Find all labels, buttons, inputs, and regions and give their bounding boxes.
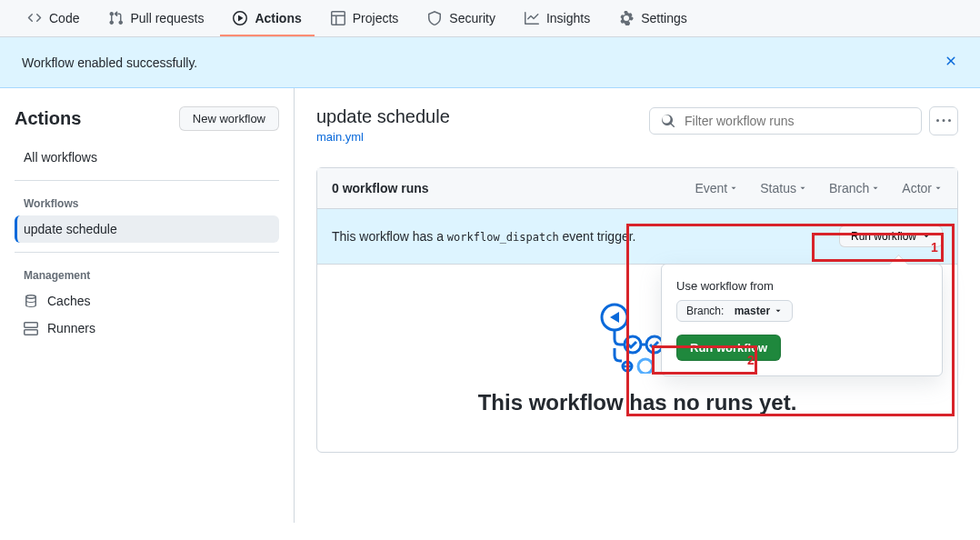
svg-point-6	[638, 359, 653, 374]
sidebar-caches[interactable]: Caches	[15, 287, 279, 315]
sidebar-runners-label: Runners	[47, 321, 95, 335]
dispatch-text: This workflow has a workflow_dispatch ev…	[332, 229, 635, 244]
shield-icon	[427, 11, 442, 25]
workflow-title: update schedule	[316, 106, 450, 127]
workflow-file-link[interactable]: main.yml	[316, 130, 364, 144]
tab-security[interactable]: Security	[415, 0, 508, 36]
flash-message: Workflow enabled successfully.	[22, 55, 197, 70]
tab-settings[interactable]: Settings	[606, 0, 700, 36]
sidebar: Actions New workflow All workflows Workf…	[0, 88, 295, 523]
filter-input[interactable]	[683, 113, 910, 129]
tab-projects-label: Projects	[353, 11, 399, 25]
tab-insights[interactable]: Insights	[512, 0, 603, 36]
sidebar-title: Actions	[15, 108, 81, 129]
sidebar-all-workflows[interactable]: All workflows	[15, 144, 279, 171]
tab-code-label: Code	[49, 11, 79, 25]
close-icon[interactable]	[944, 54, 958, 71]
tab-pulls-label: Pull requests	[130, 11, 204, 25]
kebab-menu-button[interactable]	[929, 106, 958, 135]
run-workflow-submit-button[interactable]: Run workflow	[676, 335, 781, 361]
svg-point-4	[624, 365, 626, 368]
sidebar-workflows-heading: Workflows	[15, 190, 279, 215]
sidebar-management-heading: Management	[15, 262, 279, 287]
new-workflow-button[interactable]: New workflow	[179, 106, 279, 131]
filter-branch[interactable]: Branch	[829, 181, 880, 195]
sidebar-caches-label: Caches	[47, 294, 90, 308]
chevron-down-icon	[774, 306, 783, 315]
tab-pulls[interactable]: Pull requests	[95, 0, 216, 36]
runs-header: 0 workflow runs Event Status Branch Acto…	[317, 168, 957, 209]
tab-actions[interactable]: Actions	[220, 0, 314, 36]
filter-input-wrap[interactable]	[649, 107, 922, 135]
tab-security-label: Security	[449, 11, 495, 25]
kebab-icon	[936, 114, 951, 128]
flash-banner: Workflow enabled successfully.	[0, 37, 980, 88]
svg-point-5	[628, 365, 631, 368]
play-icon	[233, 11, 247, 25]
runs-list-box: 0 workflow runs Event Status Branch Acto…	[316, 167, 958, 453]
divider	[15, 180, 279, 181]
tab-insights-label: Insights	[546, 11, 590, 25]
sidebar-runners[interactable]: Runners	[15, 315, 279, 342]
tab-actions-label: Actions	[255, 11, 301, 25]
annotation-number-2: 2	[747, 353, 755, 367]
filter-event[interactable]: Event	[695, 181, 738, 195]
gear-icon	[619, 11, 634, 25]
popover-use-from-label: Use workflow from	[676, 279, 927, 293]
repo-tabnav: Code Pull requests Actions Projects Secu…	[0, 0, 980, 37]
code-icon	[27, 11, 42, 25]
runs-count-label: 0 workflow runs	[332, 181, 429, 195]
chevron-down-icon	[922, 232, 931, 241]
run-workflow-dropdown-button[interactable]: Run workflow	[839, 225, 943, 247]
graph-icon	[525, 11, 539, 25]
server-icon	[24, 321, 38, 335]
tab-settings-label: Settings	[641, 11, 687, 25]
run-workflow-popover: Use workflow from Branch: master Run wor…	[661, 264, 943, 376]
filter-actor[interactable]: Actor	[902, 181, 943, 195]
divider	[15, 252, 279, 253]
main-layout: Actions New workflow All workflows Workf…	[0, 88, 980, 523]
branch-select-button[interactable]: Branch: master	[676, 300, 793, 322]
workflow-dispatch-row: This workflow has a workflow_dispatch ev…	[317, 209, 957, 265]
main-content: update schedule main.yml 0 workflow runs…	[295, 88, 980, 523]
search-icon	[661, 114, 675, 128]
empty-state-title: This workflow has no runs yet.	[335, 390, 939, 415]
sidebar-workflow-item[interactable]: update schedule	[15, 215, 279, 243]
filter-status[interactable]: Status	[760, 181, 807, 195]
table-icon	[331, 11, 345, 25]
tab-projects[interactable]: Projects	[318, 0, 412, 36]
git-pull-request-icon	[108, 11, 123, 25]
annotation-number-1: 1	[931, 240, 938, 255]
database-icon	[24, 294, 38, 308]
tab-code[interactable]: Code	[15, 0, 92, 36]
